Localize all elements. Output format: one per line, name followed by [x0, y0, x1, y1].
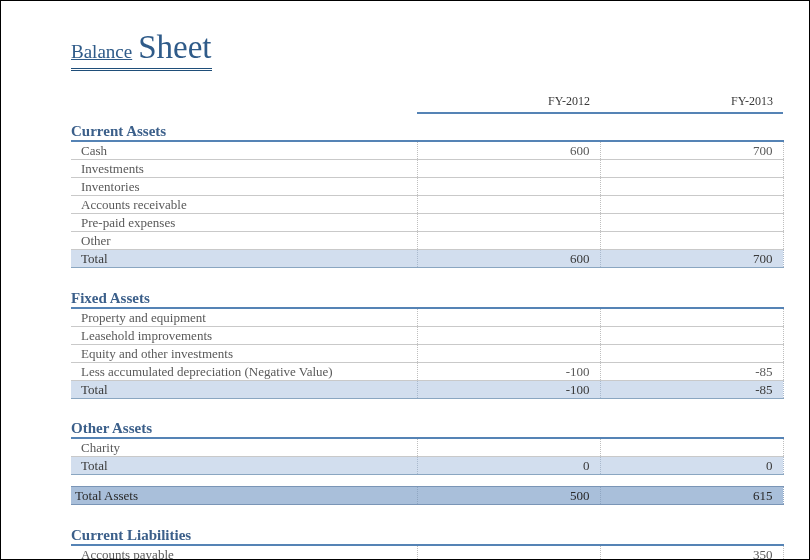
row-other: Other [71, 232, 783, 250]
balance-sheet-table: FY-2012 FY-2013 Current Assets Cash 600 … [71, 85, 784, 560]
section-fixed-assets: Fixed Assets [71, 280, 783, 308]
page-title: BalanceSheet [71, 29, 212, 71]
row-investments: Investments [71, 160, 783, 178]
row-accounts-payable: Accounts payable 350 [71, 545, 783, 561]
row-depreciation: Less accumulated depreciation (Negative … [71, 362, 783, 380]
row-total-current-assets: Total 600 700 [71, 250, 783, 268]
col-header-1: FY-2012 [417, 85, 600, 113]
title-small: Balance [71, 41, 132, 62]
col-header-2: FY-2013 [600, 85, 783, 113]
row-prepaid: Pre-paid expenses [71, 214, 783, 232]
row-cash: Cash 600 700 [71, 141, 783, 160]
row-leasehold: Leasehold improvements [71, 326, 783, 344]
row-total-other-assets: Total 0 0 [71, 457, 783, 475]
row-accounts-receivable: Accounts receivable [71, 196, 783, 214]
row-equity: Equity and other investments [71, 344, 783, 362]
title-big: Sheet [138, 29, 211, 65]
balance-sheet-page: BalanceSheet FY-2012 FY-2013 Current Ass… [1, 1, 809, 560]
row-charity: Charity [71, 438, 783, 457]
row-property: Property and equipment [71, 308, 783, 327]
column-header-row: FY-2012 FY-2013 [71, 85, 783, 113]
row-total-assets: Total Assets 500 615 [71, 487, 783, 505]
section-current-liabilities: Current Liabilities [71, 517, 783, 545]
row-inventories: Inventories [71, 178, 783, 196]
section-current-assets: Current Assets [71, 113, 783, 141]
section-other-assets: Other Assets [71, 410, 783, 438]
row-total-fixed-assets: Total -100 -85 [71, 380, 783, 398]
